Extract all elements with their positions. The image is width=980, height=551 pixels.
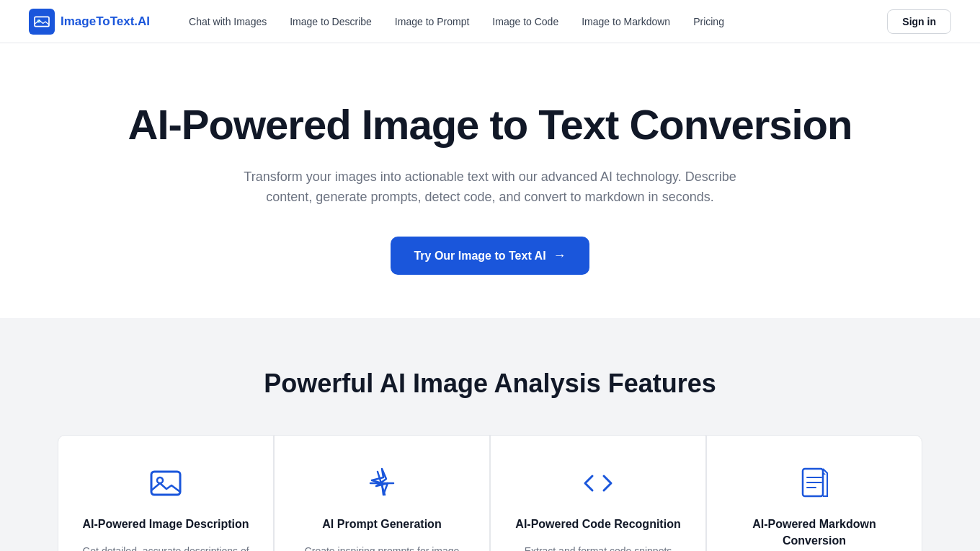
hero-cta-button[interactable]: Try Our Image to Text AI → (391, 237, 589, 275)
feature-card-image-description: AI-Powered Image Description Get detaile… (58, 435, 274, 551)
feature-name-0: AI-Powered Image Description (79, 516, 253, 532)
feature-card-markdown-conversion: AI-Powered Markdown Conversion Automatic… (706, 435, 922, 551)
markdown-conversion-icon (727, 464, 901, 502)
feature-desc-1: Create inspiring prompts for image gener… (295, 543, 469, 551)
navbar: ImageToText.AI Chat with Images Image to… (0, 0, 980, 43)
hero-title: AI-Powered Image to Text Conversion (86, 101, 894, 149)
features-title: Powerful AI Image Analysis Features (29, 369, 951, 399)
arrow-icon: → (553, 248, 566, 263)
feature-card-code-recognition: AI-Powered Code Recognition Extract and … (490, 435, 706, 551)
features-grid: AI-Powered Image Description Get detaile… (58, 435, 922, 551)
hero-subtitle: Transform your images into actionable te… (238, 167, 742, 208)
logo-link[interactable]: ImageToText.AI (29, 9, 150, 35)
signin-button[interactable]: Sign in (887, 9, 951, 34)
code-recognition-icon (511, 464, 685, 502)
cta-label: Try Our Image to Text AI (414, 250, 545, 263)
feature-name-2: AI-Powered Code Recognition (511, 516, 685, 532)
feature-name-1: AI Prompt Generation (295, 516, 469, 532)
features-section: Powerful AI Image Analysis Features AI-P… (0, 318, 980, 551)
nav-image-describe[interactable]: Image to Describe (280, 10, 382, 33)
logo-icon (29, 9, 55, 35)
nav-links: Chat with Images Image to Describe Image… (179, 10, 887, 33)
feature-desc-2: Extract and format code snippets found i… (511, 543, 685, 551)
feature-desc-0: Get detailed, accurate descriptions of y… (79, 543, 253, 551)
feature-card-prompt-generation: AI Prompt Generation Create inspiring pr… (274, 435, 490, 551)
nav-image-markdown[interactable]: Image to Markdown (571, 10, 680, 33)
svg-rect-3 (151, 472, 180, 495)
logo-text: ImageToText.AI (61, 14, 150, 29)
prompt-generation-icon (295, 464, 469, 502)
hero-section: AI-Powered Image to Text Conversion Tran… (58, 43, 922, 318)
nav-pricing[interactable]: Pricing (683, 10, 734, 33)
nav-chat-images[interactable]: Chat with Images (179, 10, 277, 33)
nav-image-code[interactable]: Image to Code (482, 10, 569, 33)
nav-image-prompt[interactable]: Image to Prompt (385, 10, 480, 33)
image-description-icon (79, 464, 253, 502)
feature-name-3: AI-Powered Markdown Conversion (727, 516, 901, 549)
